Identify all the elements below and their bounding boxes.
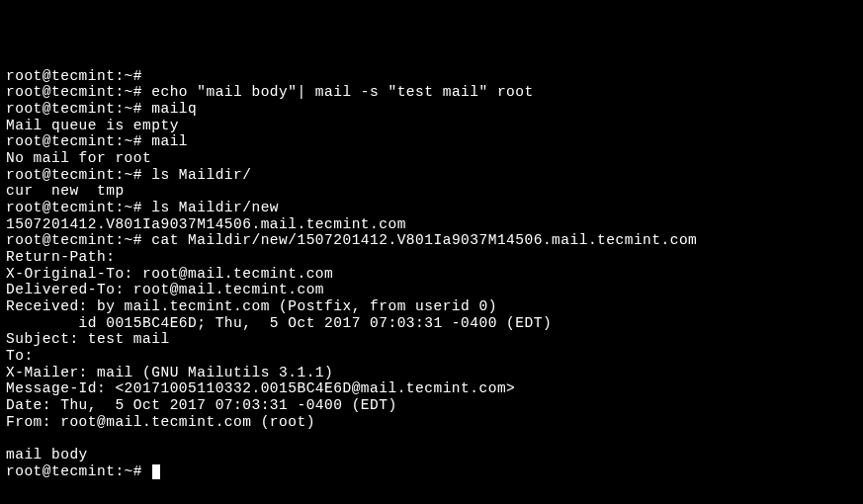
shell-output: 1507201412.V801Ia9037M14506.mail.tecmint… (6, 216, 406, 232)
shell-command (142, 463, 151, 479)
shell-output: Subject: test mail (6, 331, 170, 347)
shell-command: mail (142, 133, 188, 149)
shell-prompt: root@tecmint:~# (6, 200, 142, 215)
shell-prompt: root@tecmint:~# (6, 232, 142, 248)
shell-command: ls Maildir/ (142, 167, 251, 183)
shell-output: mail body (6, 447, 88, 462)
shell-prompt: root@tecmint:~# (6, 167, 142, 183)
shell-output: X-Mailer: mail (GNU Mailutils 3.1.1) (6, 365, 333, 380)
shell-command: mailq (142, 101, 197, 117)
shell-command: cat Maildir/new/1507201412.V801Ia9037M14… (142, 232, 697, 248)
shell-command: ls Maildir/new (142, 200, 279, 215)
shell-output: Delivered-To: root@mail.tecmint.com (6, 282, 324, 297)
shell-output: id 0015BC4E6D; Thu, 5 Oct 2017 07:03:31 … (6, 315, 552, 331)
shell-output: Received: by mail.tecmint.com (Postfix, … (6, 298, 497, 314)
shell-output: No mail for root (6, 150, 151, 166)
shell-output: From: root@mail.tecmint.com (root) (6, 414, 315, 430)
shell-output: cur new tmp (6, 183, 125, 199)
shell-prompt: root@tecmint:~# (6, 101, 142, 117)
terminal-window[interactable]: root@tecmint:~# root@tecmint:~# echo "ma… (0, 66, 863, 482)
cursor (152, 464, 160, 479)
shell-command (142, 68, 151, 84)
shell-prompt: root@tecmint:~# (6, 84, 142, 100)
shell-output: Date: Thu, 5 Oct 2017 07:03:31 -0400 (ED… (6, 397, 397, 413)
shell-output: To: (6, 348, 43, 364)
terminal-content: root@tecmint:~# root@tecmint:~# echo "ma… (6, 68, 857, 480)
shell-prompt: root@tecmint:~# (6, 133, 142, 149)
shell-output: X-Original-To: root@mail.tecmint.com (6, 266, 333, 282)
shell-prompt: root@tecmint:~# (6, 463, 142, 479)
shell-prompt: root@tecmint:~# (6, 68, 142, 84)
shell-output: Mail queue is empty (6, 118, 179, 133)
shell-output: Return-Path: (6, 249, 125, 265)
shell-output: Message-Id: <20171005110332.0015BC4E6D@m… (6, 380, 515, 396)
shell-command: echo "mail body"| mail -s "test mail" ro… (142, 84, 534, 100)
